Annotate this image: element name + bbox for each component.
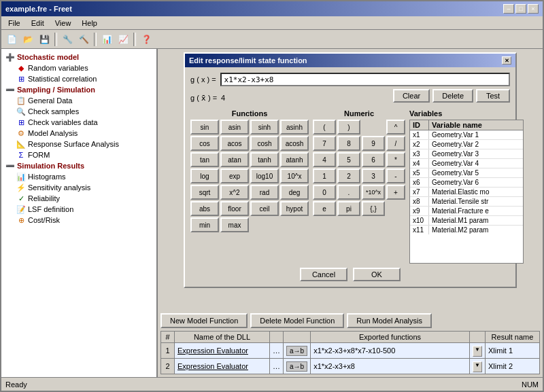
maximize-button[interactable]: □ — [515, 4, 526, 14]
var-row-x3[interactable]: x3 Geometry.Var 3 — [410, 149, 523, 159]
btn-tanh[interactable]: tanh — [250, 152, 279, 167]
var-row-x8[interactable]: x8 Material.Tensile str — [410, 197, 523, 207]
btn-sinh[interactable]: sinh — [250, 120, 279, 135]
toolbar-save[interactable]: 💾 — [37, 32, 52, 47]
tree-histograms[interactable]: 📊 Histograms — [15, 171, 154, 182]
var-row-x10[interactable]: x10 Material.M1 param — [410, 216, 523, 226]
btn-dot[interactable]: . — [337, 185, 360, 200]
btn-5[interactable]: 5 — [337, 152, 360, 167]
btn-ceil[interactable]: ceil — [250, 201, 279, 216]
btn-hypot[interactable]: hypot — [280, 201, 309, 216]
test-button[interactable]: Test — [476, 89, 510, 103]
btn-8[interactable]: 8 — [337, 136, 360, 151]
tree-reliability[interactable]: ✓ Reliability — [15, 193, 154, 204]
btn-atan[interactable]: atan — [220, 152, 249, 167]
row2-dll[interactable]: Expression Evaluator — [175, 359, 270, 374]
formula-input[interactable] — [220, 73, 510, 86]
row2-dots[interactable]: … — [270, 359, 284, 374]
row2-dropdown[interactable]: ▼ — [470, 359, 486, 374]
tree-check-variables[interactable]: ⊞ Check variables data — [15, 117, 154, 128]
tree-sim-results[interactable]: ➖ Simulation Results — [4, 160, 154, 171]
btn-10x2[interactable]: *10^x — [362, 185, 385, 200]
btn-6[interactable]: 6 — [362, 152, 385, 167]
btn-tan[interactable]: tan — [190, 152, 219, 167]
tree-rsa[interactable]: 📐 Response Surface Analysis — [15, 139, 154, 149]
ok-button[interactable]: OK — [353, 268, 401, 281]
tree-sensitivity[interactable]: ⚡ Sensitivity analysis — [15, 182, 154, 193]
toolbar-open[interactable]: 📂 — [20, 32, 35, 47]
btn-4[interactable]: 4 — [313, 152, 336, 167]
btn-abs[interactable]: abs — [190, 201, 219, 216]
dialog-close-button[interactable]: ✕ — [502, 56, 511, 65]
btn-2[interactable]: 2 — [337, 168, 360, 183]
row2-ab[interactable]: a→b — [284, 359, 311, 374]
tree-model-analysis[interactable]: ⚙ Model Analysis — [15, 128, 154, 139]
toolbar-btn5[interactable]: 🔨 — [76, 32, 91, 47]
btn-floor[interactable]: floor — [220, 201, 249, 216]
btn-3[interactable]: 3 — [362, 168, 385, 183]
btn-10x[interactable]: 10^x — [280, 168, 309, 183]
delete-button[interactable]: Delete — [432, 89, 473, 103]
btn-sqrt[interactable]: sqrt — [190, 185, 219, 200]
tree-stat-correlation[interactable]: ⊞ Statistical correlation — [15, 73, 154, 84]
btn-max[interactable]: max — [220, 217, 249, 232]
toolbar-help[interactable]: ❓ — [139, 32, 154, 47]
row1-dropdown[interactable]: ▼ — [470, 343, 486, 359]
btn-0[interactable]: 0 — [313, 185, 336, 200]
delete-model-button[interactable]: Delete Model Function — [250, 313, 344, 328]
tree-stochastic-model[interactable]: ➕ Stochastic model — [4, 52, 154, 63]
var-row-x4[interactable]: x4 Geometry.Var 4 — [410, 159, 523, 168]
toolbar-btn7[interactable]: 📈 — [116, 32, 131, 47]
row2-dll-link[interactable]: Expression Evaluator — [177, 362, 248, 370]
tree-general-data[interactable]: 📋 General Data — [15, 95, 154, 106]
menu-help[interactable]: Help — [78, 18, 101, 28]
run-model-button[interactable]: Run Model Analysis — [347, 313, 432, 328]
btn-atanh[interactable]: atanh — [280, 152, 309, 167]
menu-file[interactable]: File — [4, 18, 24, 28]
row2-ab-btn[interactable]: a→b — [286, 361, 307, 372]
minimize-button[interactable]: – — [503, 4, 514, 14]
btn-asin[interactable]: asin — [220, 120, 249, 135]
btn-7[interactable]: 7 — [313, 136, 336, 151]
vars-scroll-area[interactable]: x1 Geometry.Var 1 x2 Geometry.Var 2 — [410, 130, 523, 263]
toolbar-new[interactable]: 📄 — [4, 32, 19, 47]
close-button[interactable]: × — [528, 4, 539, 14]
row1-dots[interactable]: … — [270, 343, 284, 359]
btn-9[interactable]: 9 — [362, 136, 385, 151]
btn-log[interactable]: log — [190, 168, 219, 183]
row2-dropdown-arrow[interactable]: ▼ — [473, 361, 482, 372]
menu-edit[interactable]: Edit — [27, 18, 48, 28]
btn-e[interactable]: e — [313, 201, 336, 216]
cancel-button[interactable]: Cancel — [300, 268, 347, 281]
toolbar-btn6[interactable]: 📊 — [99, 32, 114, 47]
menu-view[interactable]: View — [51, 18, 75, 28]
btn-pi[interactable]: pi — [337, 201, 360, 216]
btn-rad[interactable]: rad — [250, 185, 279, 200]
tree-form[interactable]: Σ FORM — [15, 149, 154, 160]
btn-1[interactable]: 1 — [313, 168, 336, 183]
new-model-button[interactable]: New Model Function — [160, 313, 248, 328]
btn-comma[interactable]: {,} — [362, 201, 385, 216]
btn-minus[interactable]: - — [386, 168, 405, 183]
btn-multiply[interactable]: * — [386, 152, 405, 167]
tree-check-samples[interactable]: 🔍 Check samples — [15, 106, 154, 117]
btn-asinh[interactable]: asinh — [280, 120, 309, 135]
btn-lparen[interactable]: ( — [313, 120, 336, 135]
var-row-x6[interactable]: x6 Geometry.Var 6 — [410, 178, 523, 188]
btn-deg[interactable]: deg — [280, 185, 309, 200]
btn-acosh[interactable]: acosh — [280, 136, 309, 151]
tree-random-variables[interactable]: ◆ Random variables — [15, 63, 154, 73]
btn-min[interactable]: min — [190, 217, 219, 232]
tree-cost-risk[interactable]: ⊕ Cost/Risk — [15, 215, 154, 226]
toolbar-btn4[interactable]: 🔧 — [60, 32, 75, 47]
btn-plus[interactable]: + — [386, 185, 405, 200]
var-row-x2[interactable]: x2 Geometry.Var 2 — [410, 140, 523, 149]
btn-x2[interactable]: x^2 — [220, 185, 249, 200]
row1-func[interactable]: x1*x2-x3+x8*x7-x10-500 — [311, 343, 470, 359]
btn-log10[interactable]: log10 — [250, 168, 279, 183]
btn-cos[interactable]: cos — [190, 136, 219, 151]
btn-rparen[interactable]: ) — [337, 120, 360, 135]
var-row-x5[interactable]: x5 Geometry.Var 5 — [410, 168, 523, 178]
clear-button[interactable]: Clear — [393, 89, 430, 103]
var-row-x1[interactable]: x1 Geometry.Var 1 — [410, 130, 523, 140]
